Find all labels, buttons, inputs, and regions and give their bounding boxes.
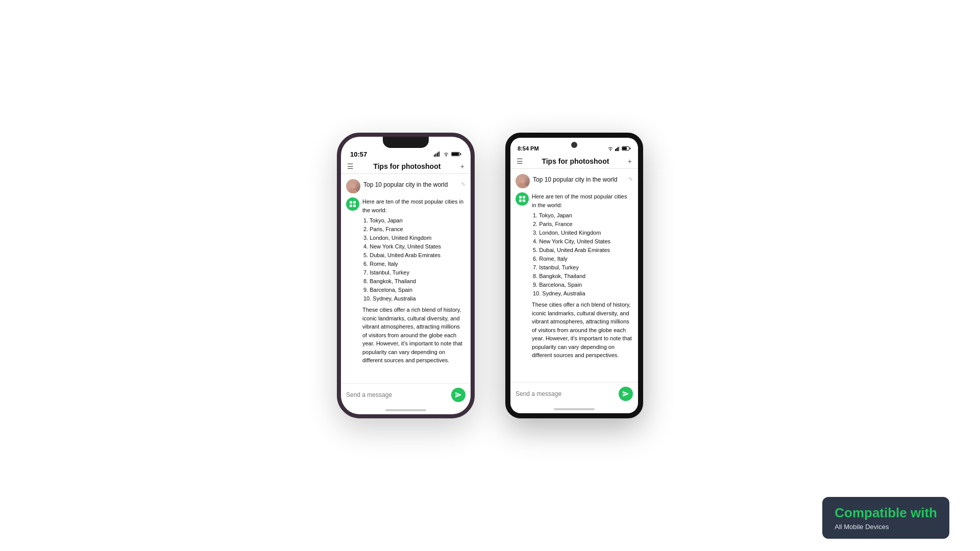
iphone-ai-intro: Here are ten of the most popular cities … [362,198,463,213]
android-home-bar [554,408,595,410]
iphone-edit-icon[interactable]: ✎ [461,181,465,188]
svg-rect-21 [630,148,631,149]
android-chat-area: Top 10 popular city in the world ✎ [510,169,638,382]
phones-container: 10:57 [337,133,643,418]
send-icon [455,391,462,398]
home-bar [385,409,426,411]
android-ai-message: Here are ten of the most popular cities … [516,192,633,360]
svg-rect-2 [437,153,438,157]
svg-point-14 [610,150,611,151]
svg-rect-15 [615,149,616,151]
android-wifi-icon [607,146,614,151]
add-chat-icon[interactable]: + [460,162,464,170]
android-user-text: Top 10 popular city in the world [533,174,617,183]
svg-rect-3 [438,152,439,157]
ai-logo-icon [349,200,357,208]
svg-rect-16 [617,148,618,151]
iphone-city-list: 1. Tokyo, Japan 2. Paris, France 3. Lond… [362,216,465,303]
svg-rect-26 [519,199,522,202]
android-inner: 8:54 PM [510,138,638,413]
svg-rect-1 [435,154,436,157]
svg-point-8 [351,184,356,189]
iphone-message-input-area [341,383,471,406]
android-message-input-area [510,382,638,405]
svg-rect-17 [618,147,619,151]
svg-point-22 [520,179,525,184]
android-ai-conclusion: These cities offer a rich blend of histo… [532,300,633,360]
signal-icon [434,152,441,157]
iphone-ai-conclusion: These cities offer a rich blend of histo… [362,306,465,365]
iphone-ai-avatar [346,197,359,211]
compatible-green-text: Compatible with [835,505,937,521]
iphone-user-message: Top 10 popular city in the world ✎ [346,179,465,193]
phone-iphone: 10:57 [337,133,475,418]
android-user-avatar [516,174,530,188]
android-edit-icon[interactable]: ✎ [628,176,633,183]
battery-icon [451,152,461,157]
android-ai-logo-icon [518,195,526,203]
android-send-button[interactable] [619,387,633,401]
iphone-ai-content: Here are ten of the most popular cities … [362,197,465,365]
android-status-icons [607,146,631,151]
svg-rect-12 [350,205,352,207]
iphone-home-indicator [341,406,471,414]
iphone-header-title: Tips for photoshoot [373,162,440,170]
compatible-devices-text: All Mobile Devices [835,523,889,531]
svg-rect-27 [523,199,525,202]
svg-rect-25 [523,196,525,198]
android-header-title: Tips for photoshoot [542,157,609,165]
iphone-inner: 10:57 [341,137,471,414]
android-home-indicator [510,405,638,413]
wifi-icon [443,152,449,157]
ios-status-icons [434,152,461,157]
svg-rect-13 [353,205,356,207]
android-ai-avatar [516,192,529,206]
svg-point-9 [349,189,357,193]
android-signal-icon [615,146,620,151]
svg-point-23 [519,184,527,188]
android-send-message-input[interactable] [516,390,616,397]
iphone-user-avatar [346,179,360,193]
android-hamburger-icon[interactable]: ☰ [517,157,523,165]
android-send-icon [622,390,629,397]
iphone-send-button[interactable] [451,388,465,402]
svg-rect-0 [434,155,435,157]
android-camera [571,142,577,148]
ios-time: 10:57 [350,151,367,158]
svg-rect-11 [353,201,356,204]
iphone-ai-message: Here are ten of the most popular cities … [346,197,465,365]
android-ai-content: Here are ten of the most popular cities … [532,192,633,360]
list-item: 1. Tokyo, Japan 2. Paris, France 3. Lond… [533,211,633,298]
svg-rect-24 [519,196,522,198]
android-add-icon[interactable]: + [628,157,632,165]
hamburger-menu-icon[interactable]: ☰ [347,162,354,170]
svg-rect-6 [452,153,459,156]
iphone-chat-area: Top 10 popular city in the world ✎ [341,174,471,383]
iphone-send-message-input[interactable] [346,391,448,398]
compatible-badge-title: Compatible with [835,505,937,521]
android-user-message: Top 10 popular city in the world ✎ [516,174,633,188]
iphone-notch [383,137,429,148]
android-city-list: 1. Tokyo, Japan 2. Paris, France 3. Lond… [532,211,633,298]
phone-android: 8:54 PM [505,133,643,418]
svg-rect-10 [350,201,352,204]
android-time: 8:54 PM [518,145,539,152]
svg-rect-18 [619,146,620,151]
list-item: 1. Tokyo, Japan 2. Paris, France 3. Lond… [363,216,465,303]
android-app-header: ☰ Tips for photoshoot + [510,154,638,169]
iphone-app-header: ☰ Tips for photoshoot + [341,159,471,174]
iphone-user-text: Top 10 popular city in the world [363,179,448,188]
android-battery-icon [622,146,631,151]
svg-rect-20 [622,147,627,150]
svg-rect-7 [460,154,461,155]
svg-point-4 [446,156,447,157]
android-ai-intro: Here are ten of the most popular cities … [532,193,627,208]
compatible-badge: Compatible with All Mobile Devices [822,497,949,539]
